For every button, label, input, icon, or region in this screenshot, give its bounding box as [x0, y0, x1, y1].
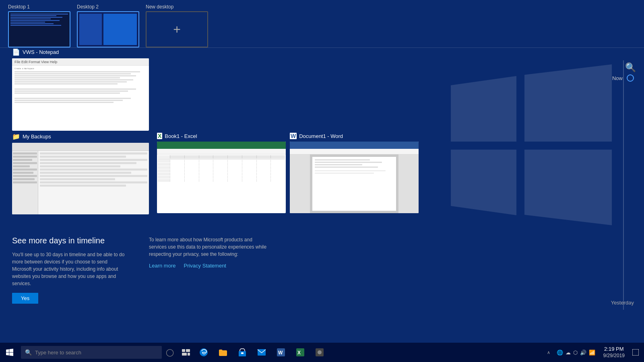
desktop-bar: Desktop 1 Desktop 2 New desktop: [0, 0, 644, 51]
timeline-line: [623, 60, 624, 310]
new-desktop-thumb[interactable]: +: [146, 11, 208, 47]
notification-center-button[interactable]: [630, 343, 642, 362]
volume-icon[interactable]: 🔊: [580, 350, 586, 356]
cortana-icon: ◯: [166, 348, 174, 357]
see-more-section: See more days in timeline You'll see up …: [12, 236, 604, 304]
folder-icon: [218, 348, 228, 357]
excel-thumbnail[interactable]: [157, 142, 286, 213]
word-icon: W: [290, 133, 297, 139]
task-view-icon: [182, 349, 190, 356]
svg-text:W: W: [278, 350, 283, 356]
notification-icon: [632, 349, 639, 356]
excel-card: X Book1 - Excel: [157, 133, 286, 213]
svg-rect-14: [632, 349, 639, 356]
taskbar-word-app[interactable]: W: [271, 343, 291, 362]
taskbar-apps: W X: [194, 343, 329, 362]
timeline-dot: [627, 74, 634, 82]
notepad-card: 📄 VWS - Notepad File Edit Format View He…: [12, 48, 149, 131]
system-tray-expand[interactable]: ∧: [545, 350, 552, 355]
mail-icon: [257, 348, 266, 357]
new-desktop-label: New desktop: [146, 4, 173, 10]
desktop-2[interactable]: Desktop 2: [77, 4, 139, 47]
svg-rect-0: [182, 349, 185, 352]
excel-app-icon: X: [295, 348, 305, 357]
taskbar-search-bar[interactable]: 🔍 Type here to search: [21, 346, 162, 359]
yes-button[interactable]: Yes: [12, 293, 38, 304]
taskbar-search-placeholder: Type here to search: [35, 350, 81, 356]
start-button[interactable]: [0, 343, 19, 362]
timeline-yesterday-label: Yesterday: [611, 300, 634, 306]
taskbar-right: ∧ 🌐 ☁ ⬡ 🔊 📶 2:19 PM 9/29/2019: [545, 343, 644, 362]
see-more-left: See more days in timeline You'll see up …: [12, 236, 125, 304]
desktop-2-thumb[interactable]: [77, 11, 139, 47]
other-app-icon: [315, 348, 324, 357]
taskbar-edge-app[interactable]: [194, 343, 213, 362]
wifi-icon[interactable]: 📶: [589, 350, 595, 356]
timeline-now-label: Now: [612, 75, 623, 81]
taskbar-mail-app[interactable]: [252, 343, 271, 362]
notepad-thumbnail[interactable]: File Edit Format View Help Create a Work…: [12, 58, 149, 131]
backups-thumbnail[interactable]: [12, 143, 149, 214]
taskbar-clock[interactable]: 2:19 PM 9/29/2019: [600, 346, 628, 359]
desktop-2-label: Desktop 2: [77, 4, 99, 10]
taskbar: 🔍 Type here to search ◯: [0, 343, 644, 362]
see-more-title: See more days in timeline: [12, 236, 125, 245]
task-view-button[interactable]: [178, 343, 194, 362]
privacy-statement-link[interactable]: Privacy Statement: [184, 263, 226, 269]
see-more-desc: You'll see up to 30 days in timeline and…: [12, 251, 125, 287]
word-title: Document1 - Word: [299, 133, 343, 139]
desktop-1-thumb[interactable]: [8, 11, 70, 47]
system-tray-icons: 🌐 ☁ ⬡ 🔊 📶: [553, 350, 599, 356]
taskbar-search-icon: 🔍: [25, 349, 32, 356]
taskbar-explorer-app[interactable]: [213, 343, 233, 362]
edge-icon: [199, 348, 208, 357]
store-icon: [237, 348, 247, 357]
clock-date: 9/29/2019: [603, 353, 625, 359]
see-more-right-desc: To learn more about how Microsoft produc…: [149, 236, 270, 258]
excel-title: Book1 - Excel: [165, 133, 197, 139]
windows-logo-icon: [6, 349, 13, 356]
svg-rect-7: [258, 349, 266, 356]
learn-more-link[interactable]: Learn more: [149, 263, 175, 269]
word-thumbnail[interactable]: [290, 142, 419, 213]
backups-icon: 📁: [12, 133, 20, 140]
backups-title: My Backups: [23, 134, 51, 140]
desktop-1[interactable]: Desktop 1: [8, 4, 70, 47]
cloud-icon[interactable]: ☁: [566, 350, 571, 356]
search-top-right-button[interactable]: 🔍: [625, 62, 636, 73]
taskbar-store-app[interactable]: [233, 343, 252, 362]
svg-rect-2: [182, 353, 187, 356]
timeline-now: Now: [612, 74, 634, 82]
taskbar-other-app[interactable]: [310, 343, 329, 362]
word-app-icon: W: [276, 348, 286, 357]
word-card: W Document1 - Word: [290, 133, 419, 213]
taskbar-excel-app[interactable]: X: [291, 343, 310, 362]
cortana-button[interactable]: ◯: [162, 343, 178, 362]
hardware-icon[interactable]: ⬡: [573, 350, 578, 356]
new-desktop[interactable]: New desktop +: [146, 4, 208, 47]
desktop-1-label: Desktop 1: [8, 4, 30, 10]
backups-card: 📁 My Backups: [12, 133, 149, 214]
see-more-links: Learn more Privacy Statement: [149, 263, 270, 269]
svg-rect-1: [186, 349, 190, 352]
see-more-right: To learn more about how Microsoft produc…: [149, 236, 270, 304]
plus-icon: +: [173, 22, 181, 37]
svg-text:X: X: [297, 350, 301, 356]
clock-time: 2:19 PM: [604, 346, 623, 353]
svg-rect-3: [188, 353, 190, 356]
svg-rect-6: [241, 352, 244, 354]
svg-point-13: [318, 350, 322, 354]
excel-icon: X: [157, 133, 162, 139]
network-icon[interactable]: 🌐: [557, 350, 563, 356]
